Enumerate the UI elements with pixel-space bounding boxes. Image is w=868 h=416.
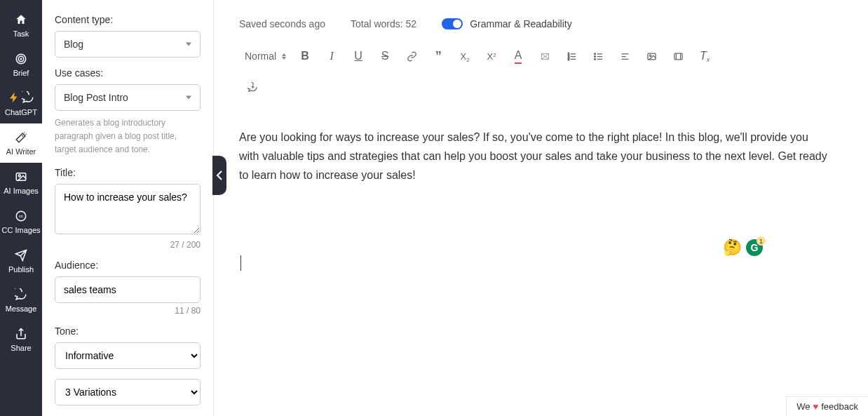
nav-label: CC Images bbox=[1, 226, 40, 234]
underline-button[interactable]: U bbox=[345, 43, 372, 69]
italic-icon: I bbox=[330, 50, 333, 62]
nav-label: Share bbox=[11, 344, 31, 352]
nav-ai-writer[interactable]: AI Writer bbox=[0, 123, 42, 163]
settings-panel: Content type: Blog Use cases: Blog Post … bbox=[42, 0, 214, 416]
unordered-list-button[interactable] bbox=[585, 43, 611, 69]
align-button[interactable] bbox=[611, 43, 638, 69]
unordered-list-icon bbox=[593, 51, 604, 62]
send-icon bbox=[14, 248, 28, 262]
share-icon bbox=[14, 327, 28, 341]
main-nav: Task Brief ChatGPT AI Writer AI Images c… bbox=[0, 0, 42, 416]
grammar-label: Grammar & Readability bbox=[470, 18, 572, 29]
bold-button[interactable]: B bbox=[292, 43, 318, 69]
highlight-icon bbox=[540, 51, 550, 62]
editor-content[interactable]: Are you looking for ways to increase you… bbox=[214, 107, 868, 292]
image-icon bbox=[14, 170, 28, 184]
title-textarea[interactable] bbox=[55, 184, 201, 234]
svg-rect-16 bbox=[674, 53, 682, 60]
heading-value: Normal bbox=[245, 51, 276, 62]
nav-label: Brief bbox=[13, 69, 29, 77]
heart-icon: ♥ bbox=[813, 401, 819, 412]
add-comment-button[interactable] bbox=[239, 74, 266, 100]
nav-ai-images[interactable]: AI Images bbox=[0, 163, 42, 202]
content-type-value: Blog bbox=[64, 39, 83, 50]
subscript-icon: X2 bbox=[461, 51, 470, 62]
audience-counter: 11 / 80 bbox=[55, 306, 201, 316]
nav-publish[interactable]: Publish bbox=[0, 241, 42, 281]
chatgpt-icon bbox=[14, 91, 28, 105]
audience-input[interactable] bbox=[55, 276, 201, 303]
ordered-list-button[interactable]: 123 bbox=[558, 43, 585, 69]
video-button[interactable] bbox=[665, 43, 691, 69]
subscript-button[interactable]: X2 bbox=[452, 43, 478, 69]
magic-wand-icon bbox=[14, 130, 28, 145]
bold-icon: B bbox=[301, 50, 309, 62]
audience-label: Audience: bbox=[55, 260, 201, 271]
italic-button[interactable]: I bbox=[318, 43, 345, 69]
floating-widgets: 🤔 G1 bbox=[723, 239, 763, 257]
title-counter: 27 / 200 bbox=[55, 240, 201, 250]
nav-task[interactable]: Task bbox=[0, 6, 42, 45]
insert-image-icon bbox=[646, 51, 657, 62]
grammar-toggle[interactable] bbox=[442, 18, 463, 29]
title-label: Title: bbox=[55, 167, 201, 178]
editor-toolbar: Normal B I U S ” X2 X2 A 123 Tx bbox=[214, 38, 868, 74]
use-cases-select[interactable]: Blog Post Intro bbox=[55, 84, 201, 111]
use-cases-label: Use cases: bbox=[55, 67, 201, 79]
svg-point-13 bbox=[594, 58, 595, 60]
text-color-icon: A bbox=[515, 49, 522, 64]
svg-point-4 bbox=[18, 175, 20, 177]
feedback-button[interactable]: We ♥ feedback bbox=[786, 396, 868, 416]
svg-point-2 bbox=[20, 58, 22, 60]
nav-brief[interactable]: Brief bbox=[0, 45, 42, 84]
quote-button[interactable]: ” bbox=[425, 43, 452, 69]
image-button[interactable] bbox=[638, 43, 665, 69]
target-icon bbox=[14, 52, 28, 66]
editor-area: Saved seconds ago Total words: 52 Gramma… bbox=[214, 0, 868, 416]
text-cursor bbox=[240, 255, 241, 271]
align-icon bbox=[620, 51, 630, 62]
grammarly-widget[interactable]: G1 bbox=[746, 239, 763, 256]
superscript-button[interactable]: X2 bbox=[478, 43, 505, 69]
tone-label: Tone: bbox=[55, 326, 201, 337]
strikethrough-icon: S bbox=[381, 50, 389, 62]
thinking-emoji-icon[interactable]: 🤔 bbox=[723, 239, 742, 257]
variations-select[interactable]: 3 Variations bbox=[55, 379, 201, 405]
feedback-post: feedback bbox=[821, 401, 858, 412]
content-type-select[interactable]: Blog bbox=[55, 31, 201, 58]
use-cases-help: Generates a blog introductory paragraph … bbox=[55, 116, 201, 157]
video-icon bbox=[673, 51, 684, 62]
nav-label: Task bbox=[13, 29, 29, 38]
svg-text:cc: cc bbox=[19, 214, 23, 218]
text-color-button[interactable]: A bbox=[505, 43, 531, 69]
heading-select[interactable]: Normal bbox=[239, 43, 292, 69]
saved-status: Saved seconds ago bbox=[239, 18, 325, 29]
content-paragraph: Are you looking for ways to increase you… bbox=[239, 128, 829, 185]
nav-share[interactable]: Share bbox=[0, 320, 42, 359]
feedback-pre: We bbox=[796, 401, 810, 412]
tone-select[interactable]: Informative bbox=[55, 342, 201, 369]
chevron-updown-icon bbox=[282, 53, 286, 60]
svg-text:3: 3 bbox=[568, 58, 569, 60]
chat-icon bbox=[14, 288, 28, 302]
svg-point-15 bbox=[649, 55, 651, 57]
link-button[interactable] bbox=[398, 43, 425, 69]
editor-topbar: Saved seconds ago Total words: 52 Gramma… bbox=[214, 0, 868, 38]
clear-format-icon: Tx bbox=[700, 50, 710, 62]
link-icon bbox=[407, 51, 417, 62]
nav-cc-images[interactable]: cc CC Images bbox=[0, 202, 42, 241]
clear-format-button[interactable]: Tx bbox=[691, 43, 718, 69]
nav-chatgpt[interactable]: ChatGPT bbox=[0, 84, 42, 123]
collapse-panel-button[interactable] bbox=[212, 156, 226, 195]
underline-icon: U bbox=[354, 50, 362, 62]
strikethrough-button[interactable]: S bbox=[372, 43, 398, 69]
nav-label: Publish bbox=[8, 265, 34, 274]
use-cases-value: Blog Post Intro bbox=[64, 92, 128, 103]
content-type-label: Content type: bbox=[55, 14, 201, 25]
home-icon bbox=[14, 13, 28, 27]
grammarly-badge: 1 bbox=[757, 236, 766, 246]
chevron-left-icon bbox=[216, 170, 223, 180]
highlight-button[interactable] bbox=[531, 43, 558, 69]
word-count: Total words: 52 bbox=[351, 18, 416, 29]
nav-message[interactable]: Message bbox=[0, 281, 42, 320]
